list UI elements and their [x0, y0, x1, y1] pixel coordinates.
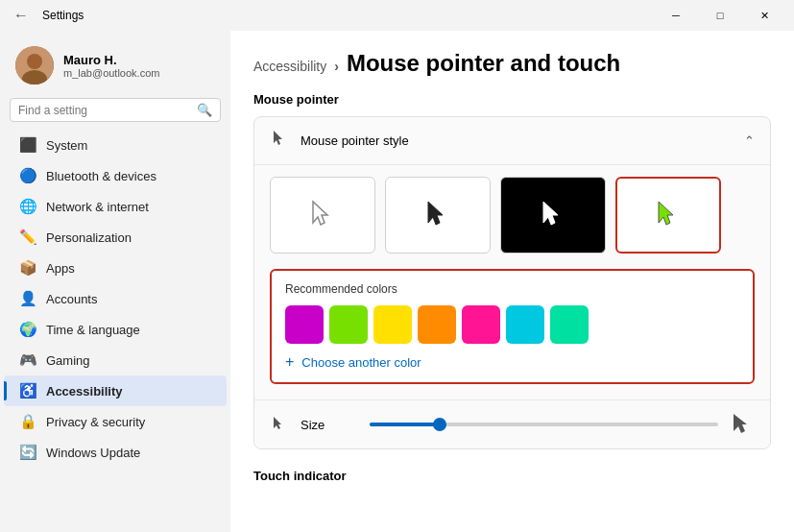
page-header: Accessibility › Mouse pointer and touch: [253, 50, 771, 77]
sidebar-item-network[interactable]: 🌐 Network & internet: [4, 191, 227, 222]
sidebar-item-bluetooth[interactable]: 🔵 Bluetooth & devices: [4, 160, 227, 191]
personalization-icon: ✏️: [19, 229, 36, 246]
pointer-style-chevron-icon: ⌃: [744, 133, 755, 148]
slider-thumb[interactable]: [433, 418, 446, 431]
maximize-button[interactable]: □: [698, 0, 742, 31]
search-icon: 🔍: [197, 103, 212, 117]
sidebar-item-accounts[interactable]: 👤 Accounts: [4, 283, 227, 314]
sidebar-item-label: Apps: [46, 261, 75, 276]
svg-point-1: [27, 54, 42, 69]
user-section: Mauro H. m_lab@outlook.com: [0, 38, 230, 98]
network-icon: 🌐: [19, 198, 36, 215]
sidebar-item-gaming[interactable]: 🎮 Gaming: [4, 345, 227, 375]
page-title: Accessibility › Mouse pointer and touch: [253, 50, 771, 77]
bluetooth-icon: 🔵: [19, 167, 36, 184]
breadcrumb-chevron: ›: [334, 59, 339, 74]
minimize-button[interactable]: ─: [654, 0, 698, 31]
size-slider-area: [370, 423, 718, 426]
plus-icon: +: [285, 353, 294, 371]
size-label: Size: [301, 418, 358, 432]
app-body: Mauro H. m_lab@outlook.com 🔍 ⬛ System 🔵 …: [0, 31, 794, 532]
pointer-option-custom[interactable]: [615, 177, 721, 254]
avatar: [15, 46, 54, 85]
sidebar-item-time[interactable]: 🌍 Time & language: [4, 314, 227, 345]
color-swatch-orange[interactable]: [418, 305, 456, 344]
size-row: Size: [254, 399, 770, 448]
sidebar-item-label: Accessibility: [46, 384, 123, 399]
window-controls: ─ □ ✕: [654, 0, 786, 31]
color-swatch-cyan[interactable]: [506, 305, 544, 344]
sidebar-item-personalization[interactable]: ✏️ Personalization: [4, 222, 227, 253]
sidebar-item-update[interactable]: 🔄 Windows Update: [4, 437, 227, 468]
pointer-option-black[interactable]: [385, 177, 491, 254]
sidebar-item-label: Privacy & security: [46, 415, 145, 429]
system-icon: ⬛: [19, 136, 36, 154]
size-slider-track[interactable]: [370, 423, 718, 426]
color-swatch-pink[interactable]: [462, 305, 500, 344]
window-title: Settings: [42, 9, 84, 22]
content-area: Accessibility › Mouse pointer and touch …: [230, 31, 794, 532]
update-icon: 🔄: [19, 444, 36, 461]
sidebar-item-label: Time & language: [46, 323, 140, 337]
time-icon: 🌍: [19, 321, 36, 338]
color-swatch-green[interactable]: [329, 305, 368, 344]
size-cursor-large-icon: [730, 412, 755, 437]
pointer-style-label: Mouse pointer style: [301, 133, 409, 148]
sidebar-item-label: Bluetooth & devices: [46, 169, 156, 183]
pointer-option-white[interactable]: [270, 177, 375, 254]
sidebar-item-label: Gaming: [46, 353, 90, 368]
choose-color-label: Choose another color: [301, 355, 421, 370]
color-swatch-yellow[interactable]: [373, 305, 412, 344]
mouse-pointer-card: Mouse pointer style ⌃: [253, 116, 771, 449]
color-swatch-purple[interactable]: [285, 305, 324, 344]
size-cursor-small-icon: [270, 415, 289, 434]
sidebar-item-privacy[interactable]: 🔒 Privacy & security: [4, 406, 227, 437]
user-name: Mauro H.: [63, 53, 159, 67]
pointer-option-inverted[interactable]: [500, 177, 606, 254]
apps-icon: 📦: [19, 259, 36, 277]
color-swatch-teal[interactable]: [550, 305, 589, 344]
mouse-pointer-section-label: Mouse pointer: [253, 92, 771, 107]
titlebar: ← Settings ─ □ ✕: [0, 0, 794, 31]
sidebar-item-apps[interactable]: 📦 Apps: [4, 253, 227, 283]
search-input[interactable]: [18, 104, 191, 117]
sidebar-item-accessibility[interactable]: ♿ Accessibility: [4, 375, 227, 406]
recommended-colors-section: Recommended colors + Choose another colo…: [270, 269, 755, 384]
sidebar-item-label: Network & internet: [46, 200, 149, 214]
privacy-icon: 🔒: [19, 413, 36, 430]
titlebar-left: ← Settings: [8, 2, 84, 29]
choose-another-color-button[interactable]: + Choose another color: [285, 353, 739, 371]
user-email: m_lab@outlook.com: [63, 67, 159, 79]
sidebar-item-label: Windows Update: [46, 446, 140, 460]
breadcrumb-parent: Accessibility: [253, 59, 326, 74]
recommended-colors-label: Recommended colors: [285, 282, 739, 296]
back-button[interactable]: ←: [8, 2, 35, 29]
sidebar-item-system[interactable]: ⬛ System: [4, 130, 227, 160]
slider-fill: [370, 423, 440, 426]
search-box[interactable]: 🔍: [10, 98, 221, 122]
close-button[interactable]: ✕: [742, 0, 786, 31]
gaming-icon: 🎮: [19, 351, 36, 369]
sidebar-item-label: System: [46, 138, 87, 153]
pointer-style-header[interactable]: Mouse pointer style ⌃: [254, 117, 770, 164]
color-swatches: [285, 305, 739, 344]
sidebar: Mauro H. m_lab@outlook.com 🔍 ⬛ System 🔵 …: [0, 31, 230, 532]
user-info: Mauro H. m_lab@outlook.com: [63, 53, 159, 79]
pointer-styles-grid: [254, 164, 770, 269]
sidebar-item-label: Accounts: [46, 292, 97, 306]
accessibility-icon: ♿: [19, 382, 36, 399]
touch-indicator-section-label: Touch indicator: [253, 461, 771, 487]
accounts-icon: 👤: [19, 290, 36, 307]
page-section-title: Mouse pointer and touch: [347, 50, 620, 77]
pointer-style-icon: [270, 129, 289, 153]
sidebar-item-label: Personalization: [46, 230, 132, 245]
